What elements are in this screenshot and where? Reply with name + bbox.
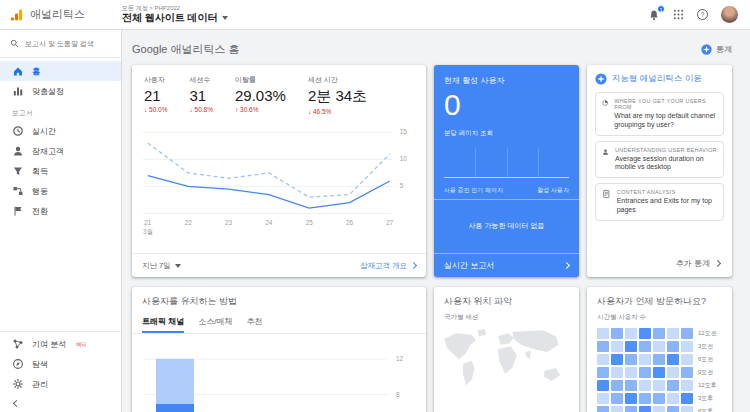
sidebar-bottom-nav: 기여 분석 베타 탐색 관리: [0, 331, 121, 412]
svg-text:25: 25: [306, 219, 314, 226]
help-button[interactable]: [697, 9, 708, 20]
pageviews-sparkline: [444, 140, 569, 178]
time-subtitle: 시간별 사용자 수: [587, 313, 732, 326]
delta-arrow: ↓: [308, 108, 311, 115]
insights-card: 지능형 애널리틱스 이용 WHERE YOU GET YOUR USERS FR…: [587, 65, 732, 277]
topbar-actions: 1: [648, 6, 750, 23]
top-app-bar: 애널리틱스 모든 계정 > PHP2022 전체 웹사이트 데이터 1: [0, 0, 750, 30]
heatmap-cell: [639, 367, 651, 378]
clock-icon: [12, 125, 24, 137]
heatmap-cell: [611, 341, 623, 352]
sidebar-item-label: 전환: [32, 206, 48, 217]
home-icon: [12, 65, 24, 77]
apps-grid-button[interactable]: [673, 9, 684, 20]
sidebar-item-home[interactable]: 홈: [0, 61, 121, 81]
date-range-selector[interactable]: 지난 7일: [142, 261, 181, 271]
metric-row: 사용자 21 ↓ 50.0% 세션수 31 ↓ 50.8% 이탈률 29.03%…: [132, 65, 426, 117]
channels-bar-chart: 4812: [132, 334, 426, 412]
sidebar-collapse-button[interactable]: [0, 394, 121, 412]
hour-label: 12오전: [698, 329, 717, 338]
time-card: 사용자가 언제 방문하나요? 시간별 사용자 수 12오전3오전6오전9오전12…: [587, 287, 732, 412]
insight-item-behavior[interactable]: UNDERSTANDING USER BEHAVIOR Average sess…: [595, 141, 724, 179]
heatmap-cell: [611, 393, 623, 404]
heatmap-cell: [681, 328, 693, 339]
svg-text:24: 24: [265, 219, 273, 226]
metric-sessions[interactable]: 세션수 31 ↓ 50.8%: [190, 75, 214, 115]
sidebar-item-admin[interactable]: 관리: [0, 374, 121, 394]
heatmap-cell: [625, 393, 637, 404]
sidebar-search[interactable]: [0, 30, 121, 58]
chevron-right-icon: [563, 262, 570, 269]
sidebar-section-reports: 보고서: [0, 101, 121, 121]
insights-button-label: 통계: [716, 44, 732, 55]
sidebar-item-discover[interactable]: 탐색: [0, 354, 121, 374]
svg-text:15: 15: [400, 128, 408, 135]
heatmap-cell: [611, 354, 623, 365]
metric-bounce-rate[interactable]: 이탈률 29.03% ↑ 30.6%: [235, 75, 286, 115]
tab-source-medium[interactable]: 소스/매체: [198, 313, 232, 333]
heatmap-cell: [681, 354, 693, 365]
heatmap-cell: [611, 406, 623, 412]
property-selector[interactable]: 모든 계정 > PHP2022 전체 웹사이트 데이터: [122, 5, 228, 23]
avatar[interactable]: [721, 6, 738, 23]
pageviews-per-minute-label: 분당 페이지 조회: [434, 123, 579, 140]
world-map: [434, 326, 579, 412]
sidebar-item-realtime[interactable]: 실시간: [0, 121, 121, 141]
hour-label: 6오전: [698, 355, 713, 364]
search-input[interactable]: [25, 40, 111, 47]
heatmap-cell: [597, 328, 609, 339]
svg-text:8: 8: [396, 391, 400, 398]
insight-item-content[interactable]: CONTENT ANALYSIS Entrances and Exits for…: [595, 183, 724, 221]
heatmap-cell: [667, 406, 679, 412]
hour-label: 9오전: [698, 368, 713, 377]
heatmap-cell: [667, 380, 679, 391]
heatmap-cell: [667, 393, 679, 404]
sidebar-item-behavior[interactable]: 행동: [0, 181, 121, 201]
notification-badge: 1: [657, 5, 665, 13]
heatmap-cell: [597, 354, 609, 365]
svg-text:26: 26: [346, 219, 354, 226]
heatmap-cell: [625, 406, 637, 412]
geo-card: 사용자 위치 파악 국가별 세션: [434, 287, 579, 412]
more-insights-link[interactable]: 추가 통계: [595, 255, 724, 271]
metric-users[interactable]: 사용자 21 ↓ 50.0%: [144, 75, 168, 115]
insight-item-channels[interactable]: WHERE YOU GET YOUR USERS FROM What are m…: [595, 92, 724, 136]
active-users-count: 0: [434, 88, 579, 123]
sidebar-item-customization[interactable]: 맞춤설정: [0, 81, 121, 101]
sidebar-item-conversions[interactable]: 전환: [0, 201, 121, 221]
heatmap-cell: [597, 367, 609, 378]
tab-traffic-channel[interactable]: 트래픽 채널: [142, 313, 184, 333]
time-title: 사용자가 언제 방문하나요?: [587, 287, 732, 313]
gear-icon: [12, 378, 24, 390]
heatmap-cell: [639, 328, 651, 339]
property-name: 전체 웹사이트 데이터: [122, 12, 218, 24]
svg-text:21: 21: [144, 219, 152, 226]
sidebar-item-audience[interactable]: 잠재고객: [0, 141, 121, 161]
heatmap-cell: [611, 380, 623, 391]
insights-button[interactable]: 통계: [701, 44, 732, 55]
chevron-down-icon: [222, 16, 228, 20]
metric-session-duration[interactable]: 세션 시간 2분 34초 ↓ 46.5%: [308, 75, 367, 115]
attribution-icon: [12, 338, 24, 350]
heatmap-cell: [667, 354, 679, 365]
heatmap-cell: [653, 341, 665, 352]
sidebar-item-acquisition[interactable]: 획득: [0, 161, 121, 181]
tab-referral[interactable]: 추천: [246, 313, 262, 333]
heatmap-cell: [611, 367, 623, 378]
svg-text:23: 23: [225, 219, 233, 226]
heatmap-cell: [639, 393, 651, 404]
heatmap-cell: [597, 406, 609, 412]
notifications-button[interactable]: 1: [648, 9, 660, 21]
chevron-down-icon: [175, 264, 181, 268]
sidebar-item-label: 관리: [32, 379, 48, 390]
hour-label: 12오후: [698, 381, 717, 390]
app-brand[interactable]: 애널리틱스: [0, 7, 122, 22]
acquisition-tabs: 트래픽 채널 소스/매체 추천: [132, 313, 426, 334]
person-icon: [602, 147, 609, 157]
heatmap-cell: [653, 367, 665, 378]
sidebar-item-attribution[interactable]: 기여 분석 베타: [0, 334, 121, 354]
realtime-report-link[interactable]: 실시간 보고서: [434, 253, 579, 277]
app-name: 애널리틱스: [30, 7, 85, 22]
heatmap-cell: [653, 328, 665, 339]
audience-overview-link[interactable]: 잠재고객 개요: [360, 261, 416, 271]
